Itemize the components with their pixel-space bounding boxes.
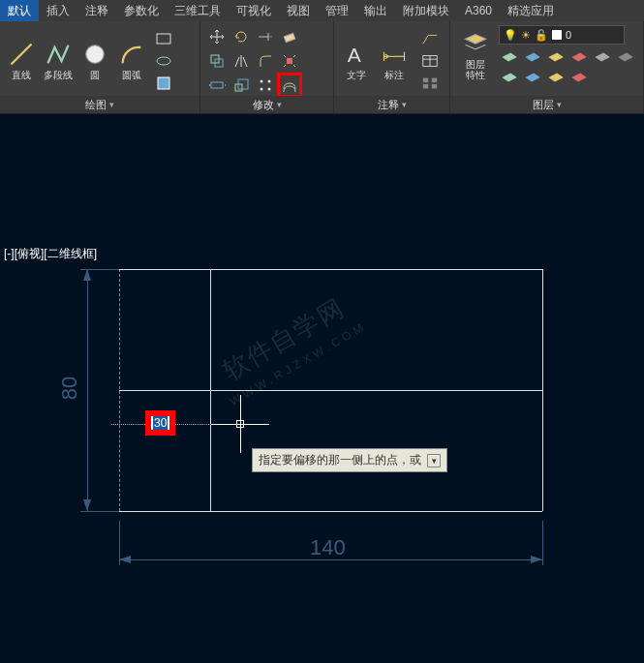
tab-featured[interactable]: 精选应用 [500, 0, 562, 22]
rotate-button[interactable] [230, 26, 252, 47]
panel-layers-expand[interactable]: ▾ [557, 100, 562, 109]
layer-tool-9[interactable] [545, 68, 565, 85]
dynamic-input-box[interactable]: 30 [145, 410, 175, 436]
polyline-button[interactable]: 多段线 [43, 41, 74, 80]
svg-rect-27 [423, 83, 428, 88]
tab-output[interactable]: 输出 [356, 0, 395, 22]
panel-annotation-expand[interactable]: ▾ [402, 100, 407, 109]
layer-tool-6[interactable] [615, 47, 634, 65]
trim-button[interactable] [255, 26, 276, 47]
explode-button[interactable] [279, 50, 300, 72]
text-icon: A [343, 41, 370, 68]
mirror-button[interactable] [230, 50, 252, 72]
arc-button[interactable]: 圆弧 [116, 41, 147, 80]
ribbon: 直线 多段线 圆 圆弧 [0, 21, 644, 114]
panel-layers-label: 图层 [533, 98, 554, 112]
panel-layers: 图层 特性 💡 ☀ 🔓 0 [450, 21, 644, 113]
menubar: 默认 插入 注释 参数化 三维工具 可视化 视图 管理 输出 附加模块 A360… [0, 0, 644, 21]
table-button[interactable] [416, 51, 444, 71]
layer-tool-10[interactable] [568, 68, 588, 85]
layer-tool-8[interactable] [522, 68, 541, 85]
dim-h-arrow-left [119, 556, 131, 563]
drawing-canvas[interactable]: [-][俯视][二维线框] 软件自学网 WWW.RJZXW.COM 80 140 [0, 114, 644, 663]
copy-button[interactable] [206, 50, 228, 72]
tab-a360[interactable]: A360 [457, 1, 500, 20]
svg-line-0 [12, 45, 32, 65]
copy-icon [208, 52, 226, 70]
layer-combo[interactable]: 💡 ☀ 🔓 0 [499, 25, 625, 45]
svg-point-14 [261, 87, 263, 90]
layer-tool-7[interactable] [499, 68, 518, 85]
dimension-button[interactable]: 标注 [379, 41, 412, 80]
panel-modify-label: 修改 [253, 98, 274, 112]
panel-draw-label: 绘图 [85, 98, 107, 112]
hatch-button[interactable] [153, 74, 174, 93]
svg-point-13 [268, 79, 271, 82]
tab-insert[interactable]: 插入 [39, 0, 77, 22]
tooltip-dropdown-icon[interactable]: ▾ [427, 454, 441, 467]
array-button[interactable] [255, 75, 276, 96]
mirror-icon [232, 52, 250, 70]
svg-point-1 [86, 45, 105, 64]
layer-tool-3[interactable] [545, 47, 565, 65]
arc-icon [118, 41, 145, 68]
svg-point-15 [268, 87, 271, 90]
layer-thaw-icon [522, 68, 541, 87]
text-button[interactable]: A 文字 [340, 41, 373, 80]
trim-icon [257, 28, 274, 45]
command-tooltip: 指定要偏移的那一侧上的点，或 ▾ [252, 448, 447, 472]
layer-isolate-icon [568, 47, 588, 67]
offset-button[interactable] [279, 75, 300, 96]
layer-tool-5[interactable] [592, 47, 611, 65]
circle-button[interactable]: 圆 [79, 41, 110, 80]
layer-properties-icon [462, 30, 489, 57]
tab-view[interactable]: 视图 [279, 0, 318, 22]
layer-make-current-icon [499, 47, 518, 67]
svg-rect-25 [423, 77, 428, 82]
layer-lock-icon [545, 68, 565, 87]
sun-icon: ☀ [521, 29, 531, 42]
ellipse-icon [155, 52, 172, 70]
tab-parametric[interactable]: 参数化 [116, 0, 167, 22]
ellipse-button[interactable] [153, 51, 174, 71]
svg-rect-4 [158, 77, 169, 89]
layer-tool-4[interactable] [568, 47, 588, 65]
layer-tool-1[interactable] [499, 47, 518, 65]
tab-addins[interactable]: 附加模块 [395, 0, 457, 22]
scale-button[interactable] [230, 75, 252, 96]
svg-rect-8 [287, 58, 292, 64]
erase-icon [281, 28, 298, 45]
ann-small-tools [416, 29, 444, 93]
tab-visualize[interactable]: 可视化 [229, 0, 279, 22]
stretch-button[interactable] [206, 75, 228, 96]
dim-v-line [87, 269, 88, 511]
ann-more-button[interactable] [416, 74, 444, 93]
dimension-icon [381, 41, 408, 68]
bulb-icon: 💡 [504, 29, 517, 42]
table-icon [421, 52, 439, 70]
dim-v-ext-bot [80, 511, 119, 512]
rectangle-button[interactable] [153, 29, 174, 48]
leader-button[interactable] [416, 29, 444, 48]
leader-icon [421, 30, 439, 47]
svg-rect-5 [284, 33, 294, 42]
stretch-icon [208, 76, 226, 94]
line-button[interactable]: 直线 [6, 41, 37, 80]
lock-icon: 🔓 [535, 29, 548, 42]
move-button[interactable] [206, 26, 228, 47]
layer-properties-button[interactable]: 图层 特性 [456, 30, 495, 80]
erase-button[interactable] [279, 26, 300, 47]
svg-rect-28 [432, 83, 437, 88]
panel-modify-expand[interactable]: ▾ [277, 100, 282, 109]
fillet-button[interactable] [255, 50, 276, 72]
tab-default[interactable]: 默认 [0, 0, 39, 22]
polyline-icon [45, 41, 72, 68]
viewport-label[interactable]: [-][俯视][二维线框] [4, 246, 97, 262]
layer-tool-2[interactable] [522, 47, 541, 65]
tab-annotate[interactable]: 注释 [77, 0, 116, 22]
panel-draw-expand[interactable]: ▾ [109, 100, 114, 109]
tab-3dtools[interactable]: 三维工具 [167, 0, 229, 22]
tab-manage[interactable]: 管理 [318, 0, 356, 22]
layer-previous-icon [545, 47, 565, 67]
grid-icon [421, 75, 439, 92]
